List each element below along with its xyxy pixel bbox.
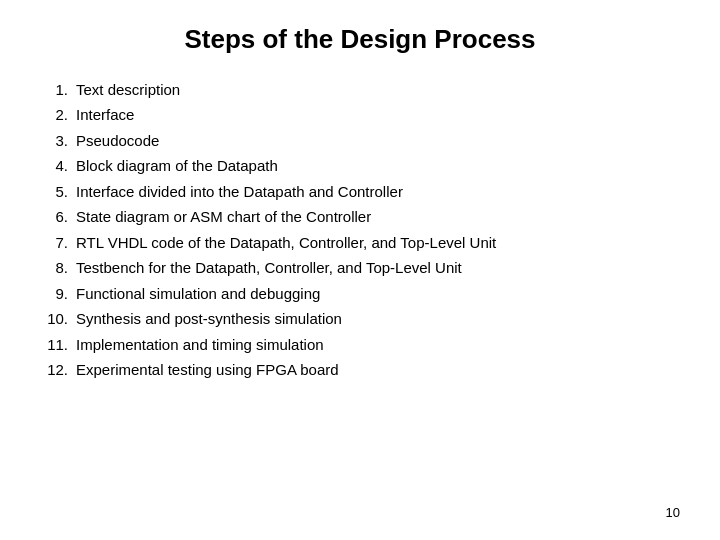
list-item: 10.Synthesis and post-synthesis simulati… <box>40 307 680 333</box>
item-text: RTL VHDL code of the Datapath, Controlle… <box>76 230 680 256</box>
list-item: 8.Testbench for the Datapath, Controller… <box>40 256 680 282</box>
steps-list: 1.Text description2.Interface3.Pseudocod… <box>40 77 680 383</box>
item-number: 11. <box>40 332 76 358</box>
item-number: 8. <box>40 256 76 282</box>
item-text: Experimental testing using FPGA board <box>76 358 680 384</box>
list-item: 1.Text description <box>40 77 680 103</box>
list-item: 11.Implementation and timing simulation <box>40 332 680 358</box>
item-number: 6. <box>40 205 76 231</box>
list-item: 5.Interface divided into the Datapath an… <box>40 179 680 205</box>
item-text: Testbench for the Datapath, Controller, … <box>76 256 680 282</box>
item-text: Block diagram of the Datapath <box>76 154 680 180</box>
item-text: Implementation and timing simulation <box>76 332 680 358</box>
list-item: 12.Experimental testing using FPGA board <box>40 358 680 384</box>
slide-content: 1.Text description2.Interface3.Pseudocod… <box>40 77 680 499</box>
item-number: 1. <box>40 77 76 103</box>
item-number: 4. <box>40 154 76 180</box>
slide-title: Steps of the Design Process <box>40 24 680 55</box>
item-number: 3. <box>40 128 76 154</box>
list-item: 6.State diagram or ASM chart of the Cont… <box>40 205 680 231</box>
item-text: State diagram or ASM chart of the Contro… <box>76 205 680 231</box>
item-text: Interface divided into the Datapath and … <box>76 179 680 205</box>
list-item: 3.Pseudocode <box>40 128 680 154</box>
item-number: 9. <box>40 281 76 307</box>
list-item: 2.Interface <box>40 103 680 129</box>
item-text: Pseudocode <box>76 128 680 154</box>
page-number: 10 <box>40 505 680 520</box>
list-item: 4.Block diagram of the Datapath <box>40 154 680 180</box>
item-number: 12. <box>40 358 76 384</box>
item-number: 7. <box>40 230 76 256</box>
item-text: Text description <box>76 77 680 103</box>
item-number: 5. <box>40 179 76 205</box>
item-number: 10. <box>40 307 76 333</box>
list-item: 7.RTL VHDL code of the Datapath, Control… <box>40 230 680 256</box>
slide: Steps of the Design Process 1.Text descr… <box>0 0 720 540</box>
item-number: 2. <box>40 103 76 129</box>
item-text: Interface <box>76 103 680 129</box>
item-text: Synthesis and post-synthesis simulation <box>76 307 680 333</box>
item-text: Functional simulation and debugging <box>76 281 680 307</box>
list-item: 9.Functional simulation and debugging <box>40 281 680 307</box>
